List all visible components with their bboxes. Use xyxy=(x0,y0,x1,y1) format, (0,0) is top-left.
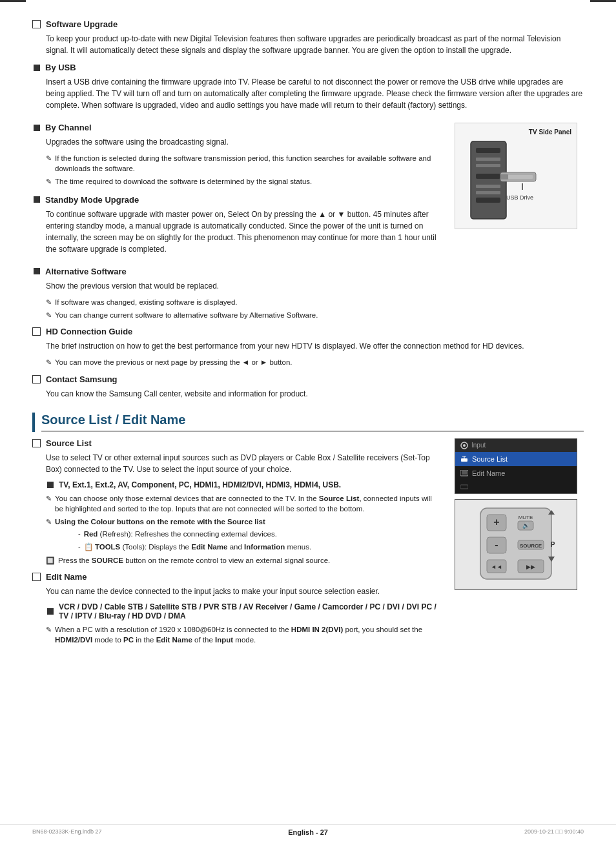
svg-text:MUTE: MUTE xyxy=(518,515,533,520)
alt-note-text-1: If software was changed, existing softwa… xyxy=(55,297,238,307)
svg-text:+: + xyxy=(493,517,499,527)
svg-text:▶▶: ▶▶ xyxy=(526,564,535,570)
note-icon-alt-1: ✎ xyxy=(46,298,52,307)
by-channel-note-2: ✎ The time required to download the soft… xyxy=(46,176,442,187)
edit-name-title: Edit Name xyxy=(46,572,87,582)
footer-container: English - 27 BN68-02333K-Eng.indb 27 200… xyxy=(0,824,616,836)
note-icon-source-1: ✎ xyxy=(46,494,52,504)
hd-connection-title: HD Connection Guide xyxy=(46,327,132,336)
alt-note-text-2: You can change current software to alter… xyxy=(55,310,318,320)
source-list-title: Source List xyxy=(46,438,92,448)
input-icon xyxy=(460,442,468,449)
edit-name-body: You can name the device connected to the… xyxy=(46,586,442,597)
standby-body: To continue software upgrade with master… xyxy=(46,209,442,255)
tv-icon-small xyxy=(460,470,468,476)
note-icon-hd: ✎ xyxy=(46,358,52,367)
source-press-text: Press the SOURCE button on the remote co… xyxy=(58,555,330,566)
device-types-heading: VCR / DVD / Cable STB / Satellite STB / … xyxy=(46,602,442,620)
tv-panel-svg: USB Drive xyxy=(464,138,568,222)
note-icon-source-2: ✎ xyxy=(46,517,52,527)
svg-text:◄◄: ◄◄ xyxy=(491,564,502,570)
alternative-software-title: Alternative Software xyxy=(45,267,127,276)
device-list-heading: TV, Ext.1, Ext.2, AV, Component, PC, HDM… xyxy=(46,480,442,489)
square-icon-alt xyxy=(34,268,40,274)
by-channel-title: By Channel xyxy=(45,123,92,132)
checkbox-icon-contact xyxy=(32,375,41,384)
edit-name-subsection: Edit Name You can name the device connec… xyxy=(32,572,442,645)
contact-samsung-heading: Contact Samsung xyxy=(32,374,584,384)
svg-text:🔊: 🔊 xyxy=(522,522,530,529)
edit-name-note-1: ✎ When a PC with a resolution of 1920 x … xyxy=(46,624,442,645)
note-icon-alt-2: ✎ xyxy=(46,311,52,320)
square-icon-usb xyxy=(34,65,40,71)
hd-connection-heading: HD Connection Guide xyxy=(32,327,584,336)
device-list-text: TV, Ext.1, Ext.2, AV, Component, PC, HDM… xyxy=(59,480,341,489)
by-channel-heading: By Channel xyxy=(32,123,442,132)
svg-rect-20 xyxy=(460,485,468,489)
hd-note-1: ✎ You can move the previous or next page… xyxy=(46,357,584,367)
dash-icon-2: - xyxy=(78,542,81,551)
by-channel-note-1: ✎ If the function is selected during the… xyxy=(46,153,442,174)
source-list-section-title: Source List / Edit Name xyxy=(41,413,584,432)
colour-note-tools: - 📋 TOOLS (Tools): Displays the Edit Nam… xyxy=(78,542,442,552)
source-ui-header: Input xyxy=(455,439,577,452)
remote-ui: + MUTE 🔊 - SOURCE xyxy=(455,499,577,590)
alt-note-2: ✎ You can change current software to alt… xyxy=(46,310,584,320)
device-types-text: VCR / DVD / Cable STB / Satellite STB / … xyxy=(59,602,442,620)
svg-rect-14 xyxy=(461,458,467,462)
contact-samsung-body: You can know the Samsung Call center, we… xyxy=(46,388,584,400)
svg-rect-3 xyxy=(476,164,500,167)
svg-text:-: - xyxy=(495,539,498,550)
footer-right: 2009-10-21 □□ 9:00:40 xyxy=(524,828,584,835)
source-list-menu-label: Source List xyxy=(472,455,508,463)
by-channel-section: By Channel Upgrades the software using t… xyxy=(32,123,584,260)
colour-note-red-text: Red (Refresh): Refreshes the connecting … xyxy=(84,529,277,539)
by-usb-body: Insert a USB drive containing the firmwa… xyxy=(46,76,584,111)
source-list-heading: Source List xyxy=(32,438,442,448)
page: Software Upgrade To keep your product up… xyxy=(0,0,616,849)
square-icon-channel xyxy=(34,125,40,131)
checkbox-icon-source xyxy=(32,439,41,447)
checkbox-icon-edit xyxy=(32,573,41,581)
source-ui-empty xyxy=(455,480,577,493)
checkbox-icon xyxy=(32,20,41,28)
edit-name-menu-label: Edit Name xyxy=(472,469,505,477)
source-note-1: ✎ You can choose only those external dev… xyxy=(46,493,442,514)
hd-connection-section: HD Connection Guide The brief instructio… xyxy=(32,327,584,367)
checkbox-icon-hd xyxy=(32,327,41,336)
by-usb-title: By USB xyxy=(45,63,76,72)
svg-rect-19 xyxy=(462,471,467,475)
svg-text:P: P xyxy=(551,541,555,548)
colour-note-tools-text: 📋 TOOLS (Tools): Displays the Edit Name … xyxy=(84,542,312,552)
software-upgrade-heading: Software Upgrade xyxy=(32,19,584,29)
svg-rect-4 xyxy=(476,174,500,179)
svg-point-13 xyxy=(463,444,466,447)
edit-name-heading: Edit Name xyxy=(32,572,442,582)
top-border-left xyxy=(0,0,26,2)
source-list-images: Input Source List Edit Name xyxy=(455,438,584,651)
square-icon-device xyxy=(47,482,54,488)
software-upgrade-title: Software Upgrade xyxy=(46,19,118,29)
svg-text:SOURCE: SOURCE xyxy=(520,543,542,549)
edit-name-note-text-1: When a PC with a resolution of 1920 x 10… xyxy=(55,624,442,645)
tv-side-panel-image: TV Side Panel xyxy=(455,123,584,260)
usb-label-svg: USB Drive xyxy=(506,194,533,201)
source-press-note: 🔲 Press the SOURCE button on the remote … xyxy=(46,555,442,566)
source-ui-source-list: Source List xyxy=(455,452,577,466)
note-icon-1: ✎ xyxy=(46,154,52,163)
svg-rect-2 xyxy=(476,158,500,161)
alt-note-1: ✎ If software was changed, existing soft… xyxy=(46,297,584,307)
tv-panel-container: TV Side Panel xyxy=(455,123,577,229)
note-icon-2: ✎ xyxy=(46,177,52,187)
svg-rect-6 xyxy=(476,191,500,194)
contact-samsung-title: Contact Samsung xyxy=(46,374,118,384)
standby-section: Standby Mode Upgrade To continue softwar… xyxy=(32,195,442,255)
alternative-software-section: Alternative Software Show the previous v… xyxy=(32,267,584,321)
dash-icon: - xyxy=(78,529,81,538)
svg-rect-9 xyxy=(500,174,508,179)
source-ui-edit-name: Edit Name xyxy=(455,466,577,480)
software-upgrade-body: To keep your product up-to-date with new… xyxy=(46,33,584,56)
source-list-body: Use to select TV or other external input… xyxy=(46,452,442,475)
source-list-text-col: Source List Use to select TV or other ex… xyxy=(32,438,442,651)
software-upgrade-section: Software Upgrade To keep your product up… xyxy=(32,19,584,56)
